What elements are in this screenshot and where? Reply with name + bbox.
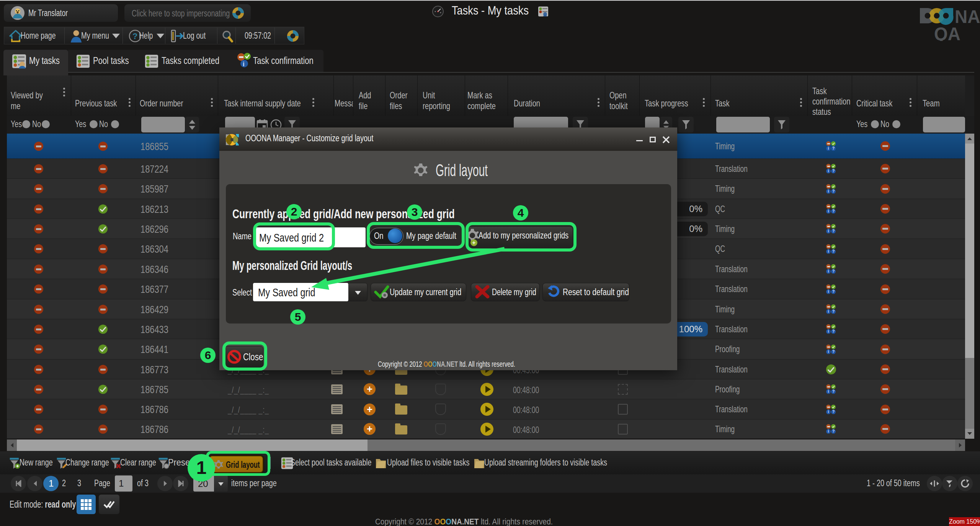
svg-text:QA: QA — [934, 23, 960, 41]
svg-text:i: i — [243, 60, 245, 68]
svg-text:?: ? — [132, 31, 137, 41]
